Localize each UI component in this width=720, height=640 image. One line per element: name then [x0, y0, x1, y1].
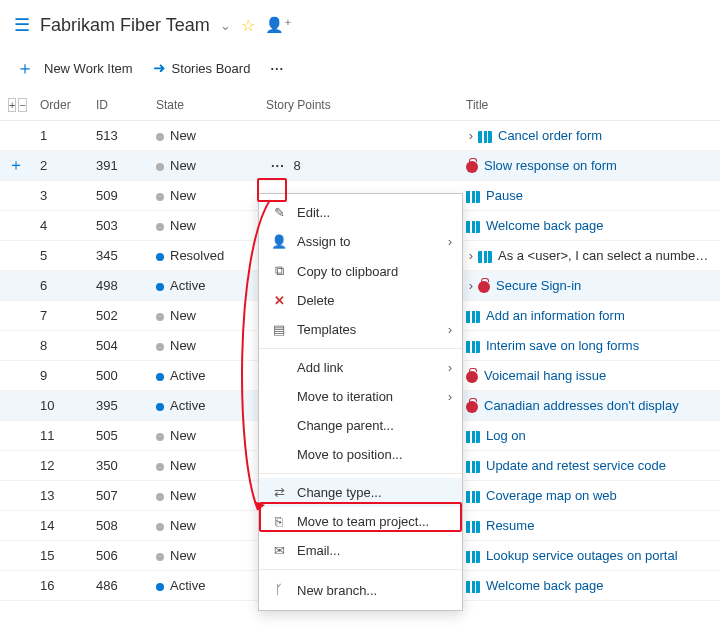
work-item-title[interactable]: Coverage map on web — [486, 488, 617, 503]
menu-edit[interactable]: ✎Edit... — [259, 198, 462, 227]
work-item-title[interactable]: Log on — [486, 428, 526, 443]
cell-title[interactable]: Add an information form — [458, 301, 720, 331]
row-add-button[interactable]: ＋ — [0, 151, 32, 181]
team-name[interactable]: Fabrikam Fiber Team — [40, 15, 210, 36]
row-add-button[interactable] — [0, 301, 32, 331]
cell-title[interactable]: Update and retest service code — [458, 451, 720, 481]
header-story-points[interactable]: Story Points — [258, 92, 458, 121]
header-expand-controls[interactable]: +− — [0, 92, 32, 121]
work-item-title[interactable]: Add an information form — [486, 308, 625, 323]
work-item-title[interactable]: Cancel order form — [498, 128, 602, 143]
work-item-title[interactable]: Canadian addresses don't display — [484, 398, 679, 413]
work-item-title[interactable]: Resume — [486, 518, 534, 533]
menu-copy[interactable]: ⧉Copy to clipboard — [259, 256, 462, 286]
menu-assign-to[interactable]: 👤Assign to› — [259, 227, 462, 256]
row-add-button[interactable] — [0, 421, 32, 451]
stories-board-button[interactable]: ➜ Stories Board — [153, 59, 251, 77]
expand-chevron-icon[interactable]: › — [466, 128, 476, 143]
row-add-button[interactable] — [0, 511, 32, 541]
cell-id: 502 — [88, 301, 148, 331]
favorite-star-icon[interactable]: ☆ — [241, 16, 255, 35]
cell-title[interactable]: Coverage map on web — [458, 481, 720, 511]
cell-id: 503 — [88, 211, 148, 241]
row-add-button[interactable] — [0, 451, 32, 481]
cell-title[interactable]: ›As a <user>, I can select a number ... — [458, 241, 720, 271]
cell-title[interactable]: ›Secure Sign-in — [458, 271, 720, 301]
cell-story-points — [258, 121, 458, 151]
cell-title[interactable]: ›Cancel order form — [458, 121, 720, 151]
work-item-title[interactable]: Pause — [486, 188, 523, 203]
row-add-button[interactable] — [0, 241, 32, 271]
work-item-title[interactable]: Secure Sign-in — [496, 278, 581, 293]
header-id[interactable]: ID — [88, 92, 148, 121]
work-item-title[interactable]: Welcome back page — [486, 578, 604, 593]
cell-title[interactable]: Welcome back page — [458, 571, 720, 601]
row-add-button[interactable] — [0, 331, 32, 361]
cell-state: New — [148, 481, 258, 511]
work-item-title[interactable]: Update and retest service code — [486, 458, 666, 473]
table-row[interactable]: 1513New›Cancel order form — [0, 121, 720, 151]
header-state[interactable]: State — [148, 92, 258, 121]
cell-title[interactable]: Canadian addresses don't display — [458, 391, 720, 421]
cell-title[interactable]: Pause — [458, 181, 720, 211]
state-dot-icon — [156, 163, 164, 171]
plus-icon: ＋ — [16, 56, 34, 80]
row-add-button[interactable] — [0, 361, 32, 391]
cell-title[interactable]: Interim save on long forms — [458, 331, 720, 361]
row-add-button[interactable] — [0, 181, 32, 211]
state-dot-icon — [156, 553, 164, 561]
header-order[interactable]: Order — [32, 92, 88, 121]
menu-delete[interactable]: ✕Delete — [259, 286, 462, 315]
cell-title[interactable]: Lookup service outages on portal — [458, 541, 720, 571]
menu-templates[interactable]: ▤Templates› — [259, 315, 462, 344]
menu-email[interactable]: ✉Email... — [259, 536, 462, 565]
expand-chevron-icon[interactable]: › — [466, 248, 476, 263]
header-title[interactable]: Title — [458, 92, 720, 121]
row-add-button[interactable] — [0, 541, 32, 571]
cell-title[interactable]: Slow response on form — [458, 151, 720, 181]
cell-id: 486 — [88, 571, 148, 601]
row-add-button[interactable] — [0, 391, 32, 421]
cell-title[interactable]: Log on — [458, 421, 720, 451]
row-add-button[interactable] — [0, 271, 32, 301]
menu-new-branch[interactable]: ㅤᚴNew branch... — [259, 574, 462, 601]
cell-title[interactable]: Resume — [458, 511, 720, 541]
menu-move-team-project[interactable]: ⎘Move to team project... — [259, 507, 462, 536]
row-add-button[interactable] — [0, 481, 32, 511]
cell-state: New — [148, 511, 258, 541]
cell-title[interactable]: Welcome back page — [458, 211, 720, 241]
table-row[interactable]: ＋2391New··· 8Slow response on form — [0, 151, 720, 181]
cell-order: 5 — [32, 241, 88, 271]
pencil-icon: ✎ — [271, 205, 287, 220]
new-work-item-button[interactable]: ＋ New Work Item — [16, 56, 133, 80]
cell-order: 16 — [32, 571, 88, 601]
work-item-title[interactable]: As a <user>, I can select a number ... — [498, 248, 714, 263]
cell-order: 8 — [32, 331, 88, 361]
cell-title[interactable]: Voicemail hang issue — [458, 361, 720, 391]
state-dot-icon — [156, 493, 164, 501]
move-project-icon: ⎘ — [271, 514, 287, 529]
row-add-button[interactable] — [0, 571, 32, 601]
menu-add-link[interactable]: Add link› — [259, 353, 462, 382]
cell-order: 4 — [32, 211, 88, 241]
row-add-button[interactable] — [0, 121, 32, 151]
cell-order: 10 — [32, 391, 88, 421]
work-item-title[interactable]: Voicemail hang issue — [484, 368, 606, 383]
team-members-icon[interactable]: 👤⁺ — [265, 16, 292, 34]
work-item-title[interactable]: Slow response on form — [484, 158, 617, 173]
chevron-down-icon[interactable]: ⌄ — [220, 18, 231, 33]
work-item-title[interactable]: Interim save on long forms — [486, 338, 639, 353]
toolbar-more-button[interactable]: ··· — [270, 61, 284, 76]
menu-change-parent[interactable]: Change parent... — [259, 411, 462, 440]
work-item-title[interactable]: Welcome back page — [486, 218, 604, 233]
menu-change-type[interactable]: ⇄Change type... — [259, 478, 462, 507]
row-more-button[interactable]: ··· — [266, 158, 290, 173]
row-add-button[interactable] — [0, 211, 32, 241]
expand-chevron-icon[interactable]: › — [466, 278, 476, 293]
work-item-title[interactable]: Lookup service outages on portal — [486, 548, 678, 563]
cell-order: 1 — [32, 121, 88, 151]
bug-icon — [466, 371, 478, 383]
menu-move-position[interactable]: Move to position... — [259, 440, 462, 469]
state-dot-icon — [156, 463, 164, 471]
menu-move-iteration[interactable]: Move to iteration› — [259, 382, 462, 411]
